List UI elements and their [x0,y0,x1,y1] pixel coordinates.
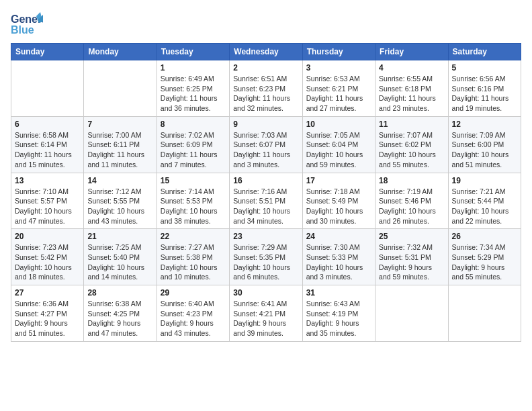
day-cell: 4Sunrise: 6:55 AM Sunset: 6:18 PM Daylig… [375,60,448,117]
logo: General Blue [11,11,46,38]
day-cell: 20Sunrise: 7:23 AM Sunset: 5:42 PM Dayli… [11,229,84,285]
day-cell: 22Sunrise: 7:27 AM Sunset: 5:38 PM Dayli… [157,229,229,285]
day-number: 24 [306,232,371,241]
day-number: 14 [87,176,152,185]
day-cell: 13Sunrise: 7:10 AM Sunset: 5:57 PM Dayli… [11,173,84,229]
week-row-4: 20Sunrise: 7:23 AM Sunset: 5:42 PM Dayli… [11,229,521,285]
day-number: 31 [306,288,371,298]
day-info: Sunrise: 7:32 AM Sunset: 5:31 PM Dayligh… [379,242,444,282]
header-thursday: Thursday [302,44,375,60]
day-info: Sunrise: 6:58 AM Sunset: 6:14 PM Dayligh… [15,130,80,170]
day-info: Sunrise: 7:34 AM Sunset: 5:29 PM Dayligh… [452,242,517,282]
header-monday: Monday [84,44,157,60]
day-info: Sunrise: 6:49 AM Sunset: 6:25 PM Dayligh… [161,74,226,113]
day-info: Sunrise: 7:18 AM Sunset: 5:49 PM Dayligh… [306,187,371,226]
day-cell: 10Sunrise: 7:05 AM Sunset: 6:04 PM Dayli… [302,116,375,173]
day-number: 21 [87,232,152,241]
day-info: Sunrise: 6:53 AM Sunset: 6:21 PM Dayligh… [306,74,371,113]
day-number: 23 [233,232,298,241]
week-row-5: 27Sunrise: 6:36 AM Sunset: 4:27 PM Dayli… [11,285,521,342]
header-wednesday: Wednesday [230,44,302,60]
day-cell [84,60,157,117]
day-info: Sunrise: 7:25 AM Sunset: 5:40 PM Dayligh… [87,242,152,282]
header-friday: Friday [375,44,448,60]
day-number: 28 [87,288,152,298]
header: General Blue [11,11,521,38]
day-number: 16 [233,176,298,185]
day-cell: 14Sunrise: 7:12 AM Sunset: 5:55 PM Dayli… [84,173,157,229]
day-number: 3 [306,63,371,73]
weekday-header-row: SundayMondayTuesdayWednesdayThursdayFrid… [11,44,521,60]
day-info: Sunrise: 6:43 AM Sunset: 4:19 PM Dayligh… [306,299,371,338]
day-info: Sunrise: 7:10 AM Sunset: 5:57 PM Dayligh… [15,187,80,226]
day-cell: 18Sunrise: 7:19 AM Sunset: 5:46 PM Dayli… [375,173,448,229]
day-info: Sunrise: 6:55 AM Sunset: 6:18 PM Dayligh… [379,74,444,113]
day-cell: 5Sunrise: 6:56 AM Sunset: 6:16 PM Daylig… [448,60,521,117]
day-cell: 26Sunrise: 7:34 AM Sunset: 5:29 PM Dayli… [448,229,521,285]
day-cell: 24Sunrise: 7:30 AM Sunset: 5:33 PM Dayli… [302,229,375,285]
day-number: 6 [15,120,80,129]
day-info: Sunrise: 7:14 AM Sunset: 5:53 PM Dayligh… [161,187,226,226]
week-row-2: 6Sunrise: 6:58 AM Sunset: 6:14 PM Daylig… [11,116,521,173]
day-cell: 7Sunrise: 7:00 AM Sunset: 6:11 PM Daylig… [84,116,157,173]
calendar: SundayMondayTuesdayWednesdayThursdayFrid… [11,43,521,342]
day-number: 10 [306,120,371,129]
day-info: Sunrise: 6:40 AM Sunset: 4:23 PM Dayligh… [161,299,226,338]
day-info: Sunrise: 7:29 AM Sunset: 5:35 PM Dayligh… [233,242,298,282]
week-row-3: 13Sunrise: 7:10 AM Sunset: 5:57 PM Dayli… [11,173,521,229]
day-info: Sunrise: 7:30 AM Sunset: 5:33 PM Dayligh… [306,242,371,282]
day-cell: 28Sunrise: 6:38 AM Sunset: 4:25 PM Dayli… [84,285,157,342]
day-cell: 6Sunrise: 6:58 AM Sunset: 6:14 PM Daylig… [11,116,84,173]
day-info: Sunrise: 7:27 AM Sunset: 5:38 PM Dayligh… [161,242,226,282]
day-number: 18 [379,176,444,185]
day-info: Sunrise: 6:38 AM Sunset: 4:25 PM Dayligh… [87,299,152,338]
day-info: Sunrise: 7:09 AM Sunset: 6:00 PM Dayligh… [452,130,517,170]
day-cell: 19Sunrise: 7:21 AM Sunset: 5:44 PM Dayli… [448,173,521,229]
day-cell: 8Sunrise: 7:02 AM Sunset: 6:09 PM Daylig… [157,116,229,173]
day-number: 8 [161,120,226,129]
header-saturday: Saturday [448,44,521,60]
day-info: Sunrise: 7:03 AM Sunset: 6:07 PM Dayligh… [233,130,298,170]
day-info: Sunrise: 7:05 AM Sunset: 6:04 PM Dayligh… [306,130,371,170]
day-number: 2 [233,63,298,73]
day-info: Sunrise: 6:41 AM Sunset: 4:21 PM Dayligh… [233,299,298,338]
day-cell: 29Sunrise: 6:40 AM Sunset: 4:23 PM Dayli… [157,285,229,342]
day-info: Sunrise: 7:12 AM Sunset: 5:55 PM Dayligh… [87,187,152,226]
day-number: 29 [161,288,226,298]
day-cell: 23Sunrise: 7:29 AM Sunset: 5:35 PM Dayli… [230,229,302,285]
day-number: 22 [161,232,226,241]
day-number: 12 [452,120,517,129]
day-cell: 3Sunrise: 6:53 AM Sunset: 6:21 PM Daylig… [302,60,375,117]
day-number: 15 [161,176,226,185]
day-cell: 21Sunrise: 7:25 AM Sunset: 5:40 PM Dayli… [84,229,157,285]
day-cell: 31Sunrise: 6:43 AM Sunset: 4:19 PM Dayli… [302,285,375,342]
header-sunday: Sunday [11,44,84,60]
svg-text:Blue: Blue [11,24,34,36]
day-cell: 9Sunrise: 7:03 AM Sunset: 6:07 PM Daylig… [230,116,302,173]
day-cell: 17Sunrise: 7:18 AM Sunset: 5:49 PM Dayli… [302,173,375,229]
day-cell: 25Sunrise: 7:32 AM Sunset: 5:31 PM Dayli… [375,229,448,285]
day-number: 13 [15,176,80,185]
day-info: Sunrise: 6:56 AM Sunset: 6:16 PM Dayligh… [452,74,517,113]
day-info: Sunrise: 7:21 AM Sunset: 5:44 PM Dayligh… [452,187,517,226]
day-cell [448,285,521,342]
day-cell: 15Sunrise: 7:14 AM Sunset: 5:53 PM Dayli… [157,173,229,229]
day-cell: 2Sunrise: 6:51 AM Sunset: 6:23 PM Daylig… [230,60,302,117]
day-number: 1 [161,63,226,73]
day-number: 7 [87,120,152,129]
day-info: Sunrise: 7:07 AM Sunset: 6:02 PM Dayligh… [379,130,444,170]
logo-icon: General Blue [11,11,43,38]
day-number: 20 [15,232,80,241]
day-info: Sunrise: 7:00 AM Sunset: 6:11 PM Dayligh… [87,130,152,170]
day-cell: 16Sunrise: 7:16 AM Sunset: 5:51 PM Dayli… [230,173,302,229]
day-cell: 12Sunrise: 7:09 AM Sunset: 6:00 PM Dayli… [448,116,521,173]
day-info: Sunrise: 7:02 AM Sunset: 6:09 PM Dayligh… [161,130,226,170]
day-cell: 1Sunrise: 6:49 AM Sunset: 6:25 PM Daylig… [157,60,229,117]
day-number: 5 [452,63,517,73]
day-cell [11,60,84,117]
day-cell: 27Sunrise: 6:36 AM Sunset: 4:27 PM Dayli… [11,285,84,342]
day-cell: 30Sunrise: 6:41 AM Sunset: 4:21 PM Dayli… [230,285,302,342]
day-number: 30 [233,288,298,298]
week-row-1: 1Sunrise: 6:49 AM Sunset: 6:25 PM Daylig… [11,60,521,117]
day-cell: 11Sunrise: 7:07 AM Sunset: 6:02 PM Dayli… [375,116,448,173]
